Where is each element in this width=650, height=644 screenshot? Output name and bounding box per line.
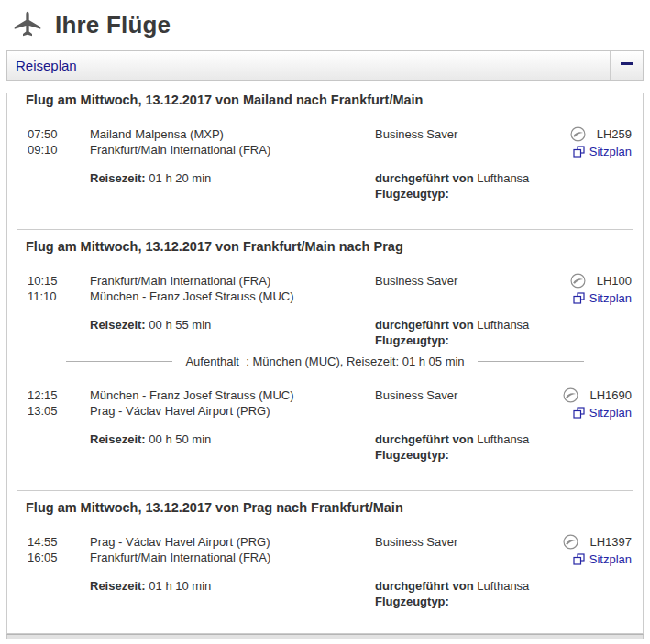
seatmap-icon [573, 146, 585, 158]
carrier-name: Lufthansa [477, 579, 529, 593]
stopover-line [66, 361, 172, 362]
seatmap-label: Sitzplan [589, 291, 632, 305]
airplane-icon [13, 10, 42, 39]
lufthansa-crane-icon [570, 126, 586, 142]
segment-flight-info: LH100 Sitzplan [558, 273, 632, 348]
travel-time: Reisezeit: 00 h 50 min [90, 431, 375, 447]
travel-time: Reisezeit: 00 h 55 min [90, 317, 375, 333]
aircraft-type-label: Flugzeugtyp: [375, 448, 449, 462]
segment-times: 10:15 11:10 [28, 273, 90, 348]
travel-time-value: 00 h 55 min [149, 318, 211, 332]
reiseplan-accordion-header[interactable]: Reiseplan [6, 50, 644, 81]
arrival-airport: München - Franz Josef Strauss (MUC) [90, 289, 375, 304]
departure-time: 10:15 [28, 273, 90, 289]
flight-number: LH100 [597, 273, 632, 289]
seatmap-link[interactable]: Sitzplan [573, 552, 632, 566]
flight-group-heading: Flug am Mittwoch, 13.12.2017 von Frankfu… [7, 239, 643, 254]
flight-segment: 10:15 11:10 Frankfurt/Main International… [7, 273, 643, 348]
operated-by: durchgeführt von Lufthansa Flugzeugtyp: [375, 170, 558, 202]
segment-airports: Prag - Václav Havel Airport (PRG) Frankf… [90, 534, 375, 609]
lufthansa-crane-icon [570, 273, 586, 289]
lufthansa-crane-icon [563, 534, 578, 550]
flight-number: LH1397 [589, 534, 632, 550]
aircraft-type-label: Flugzeugtyp: [375, 333, 449, 347]
arrival-time: 09:10 [28, 142, 90, 158]
reiseplan-panel: Reiseplan Flug am Mittwoch, 13.12.2017 v… [6, 50, 644, 634]
carrier-name: Lufthansa [477, 432, 529, 446]
segment-fare: Business Saver durchgeführt von Lufthans… [375, 126, 558, 202]
segment-times: 12:15 13:05 [28, 387, 90, 463]
stopover-text: Aufenthalt : München (MUC), Reisezeit: 0… [172, 354, 477, 369]
flight-number: LH259 [597, 126, 632, 142]
operated-by: durchgeführt von Lufthansa Flugzeugtyp: [375, 578, 558, 609]
group-divider [17, 490, 633, 491]
page-header: Ihre Flüge [0, 0, 650, 50]
departure-airport: Frankfurt/Main International (FRA) [90, 273, 375, 289]
seatmap-link[interactable]: Sitzplan [573, 145, 632, 158]
travel-time: Reisezeit: 01 h 10 min [90, 578, 375, 594]
carrier-name: Lufthansa [477, 171, 529, 185]
seatmap-icon [573, 553, 585, 565]
flight-number: LH1690 [589, 387, 632, 403]
operated-by: durchgeführt von Lufthansa Flugzeugtyp: [375, 317, 558, 348]
stopover-line [478, 361, 584, 362]
group-divider [17, 229, 633, 230]
segment-airports: Frankfurt/Main International (FRA) Münch… [90, 273, 375, 348]
seatmap-label: Sitzplan [589, 145, 632, 158]
fare-name: Business Saver [375, 273, 558, 289]
travel-time-value: 00 h 50 min [149, 432, 211, 446]
arrival-airport: Prag - Václav Havel Airport (PRG) [90, 403, 375, 419]
segment-fare: Business Saver durchgeführt von Lufthans… [375, 387, 558, 463]
segment-flight-info: LH1397 Sitzplan [558, 534, 632, 609]
segment-fare: Business Saver durchgeführt von Lufthans… [375, 273, 558, 348]
arrival-time: 13:05 [28, 403, 90, 419]
flight-segment: 12:15 13:05 München - Franz Josef Straus… [7, 387, 643, 463]
aircraft-type-label: Flugzeugtyp: [375, 187, 449, 201]
segment-flight-info: LH259 Sitzplan [558, 126, 632, 202]
carrier-name: Lufthansa [477, 318, 529, 332]
segment-airports: München - Franz Josef Strauss (MUC) Prag… [90, 387, 375, 463]
departure-time: 12:15 [28, 387, 90, 403]
fare-name: Business Saver [375, 387, 558, 403]
reiseplan-body: Flug am Mittwoch, 13.12.2017 von Mailand… [6, 93, 644, 634]
departure-time: 14:55 [28, 534, 90, 550]
seatmap-label: Sitzplan [589, 406, 632, 420]
segment-airports: Mailand Malpensa (MXP) Frankfurt/Main In… [90, 126, 375, 202]
flight-segment: 07:50 09:10 Mailand Malpensa (MXP) Frank… [7, 126, 643, 202]
stopover-divider: Aufenthalt : München (MUC), Reisezeit: 0… [66, 354, 584, 369]
fare-name: Business Saver [375, 534, 558, 550]
lufthansa-crane-icon [563, 387, 578, 403]
segment-times: 07:50 09:10 [28, 126, 90, 202]
segment-flight-info: LH1690 Sitzplan [558, 387, 632, 463]
travel-time-value: 01 h 10 min [149, 579, 211, 593]
operated-by: durchgeführt von Lufthansa Flugzeugtyp: [375, 431, 558, 463]
seatmap-link[interactable]: Sitzplan [573, 406, 632, 420]
departure-airport: München - Franz Josef Strauss (MUC) [90, 387, 375, 403]
arrival-time: 11:10 [28, 289, 90, 304]
aircraft-type-label: Flugzeugtyp: [375, 595, 449, 608]
departure-airport: Prag - Václav Havel Airport (PRG) [90, 534, 375, 550]
travel-time: Reisezeit: 01 h 20 min [90, 170, 375, 186]
page-title: Ihre Flüge [55, 11, 171, 39]
flight-group-heading: Flug am Mittwoch, 13.12.2017 von Mailand… [7, 93, 643, 107]
departure-airport: Mailand Malpensa (MXP) [90, 126, 375, 142]
next-section-bar[interactable] [6, 634, 644, 639]
seatmap-link[interactable]: Sitzplan [573, 291, 632, 305]
arrival-airport: Frankfurt/Main International (FRA) [90, 550, 375, 565]
collapse-button[interactable] [610, 51, 643, 80]
reiseplan-title: Reiseplan [7, 51, 610, 80]
flight-group: Flug am Mittwoch, 13.12.2017 von Frankfu… [7, 239, 643, 463]
arrival-airport: Frankfurt/Main International (FRA) [90, 142, 375, 158]
minus-icon [621, 62, 633, 65]
segment-times: 14:55 16:05 [28, 534, 90, 609]
segment-fare: Business Saver durchgeführt von Lufthans… [375, 534, 558, 609]
flight-group-heading: Flug am Mittwoch, 13.12.2017 von Prag na… [7, 500, 643, 515]
flight-group: Flug am Mittwoch, 13.12.2017 von Prag na… [7, 500, 643, 609]
travel-time-value: 01 h 20 min [149, 171, 211, 185]
seatmap-icon [573, 407, 585, 419]
departure-time: 07:50 [28, 126, 90, 142]
fare-name: Business Saver [375, 126, 558, 142]
seatmap-label: Sitzplan [589, 552, 632, 566]
arrival-time: 16:05 [28, 550, 90, 565]
seatmap-icon [573, 292, 585, 304]
